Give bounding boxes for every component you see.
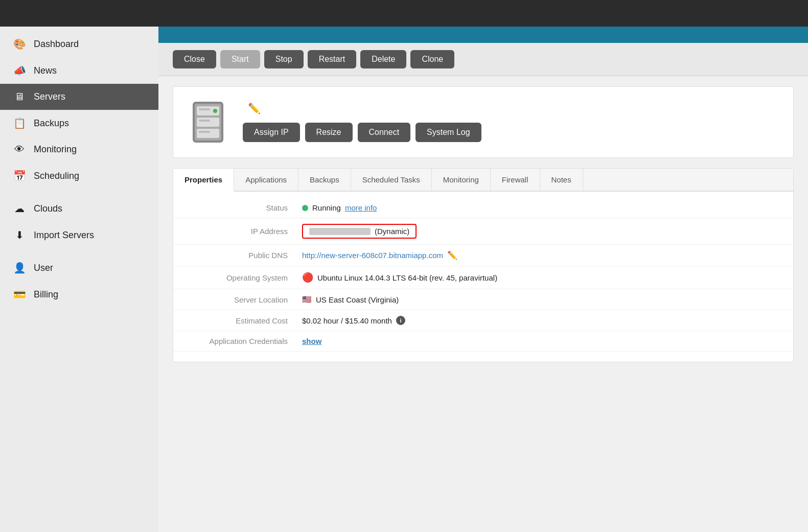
prop-value-ip-address: (Dynamic)	[302, 224, 417, 239]
prop-row-status: Status Running more info	[173, 198, 793, 218]
user-icon: 👤	[12, 262, 27, 274]
tab-notes[interactable]: Notes	[540, 169, 583, 191]
restart-button[interactable]: Restart	[308, 50, 357, 68]
prop-row-operating-system: Operating System 🔴 Ubuntu Linux 14.04.3 …	[173, 266, 793, 289]
svg-rect-8	[199, 131, 210, 133]
clouds-icon: ☁	[12, 202, 27, 215]
sidebar-item-servers[interactable]: 🖥 Servers	[0, 84, 158, 110]
sidebar-label-servers: Servers	[34, 91, 65, 102]
server-card: ✏️ Assign IPResizeConnectSystem Log	[173, 86, 794, 158]
sidebar-label-scheduling: Scheduling	[34, 171, 79, 181]
monitoring-icon: 👁	[12, 144, 27, 155]
prop-value-status: Running more info	[302, 203, 377, 212]
system-log-button[interactable]: System Log	[415, 123, 481, 142]
svg-rect-6	[199, 108, 210, 110]
location-flag-icon: 🇺🇸	[302, 295, 312, 304]
sidebar-item-billing[interactable]: 💳 Billing	[0, 281, 158, 308]
dashboard-icon: 🎨	[12, 38, 27, 50]
cost-value: $0.02 hour / $15.40 month	[302, 316, 392, 325]
tabs-container: PropertiesApplicationsBackupsScheduled T…	[173, 168, 794, 362]
prop-row-app-credentials: Application Credentials show	[173, 331, 793, 352]
prop-row-server-location: Server Location 🇺🇸 US East Coast (Virgin…	[173, 289, 793, 310]
location-value: US East Coast (Virginia)	[316, 295, 399, 304]
sidebar-label-user: User	[34, 263, 53, 273]
connect-button[interactable]: Connect	[358, 123, 411, 142]
page-header	[158, 27, 808, 43]
sidebar-label-clouds: Clouds	[34, 203, 62, 214]
ubuntu-icon: 🔴	[302, 272, 313, 283]
sidebar: 🎨 Dashboard📣 News🖥 Servers📋 Backups👁 Mon…	[0, 27, 158, 532]
tab-monitoring[interactable]: Monitoring	[432, 169, 491, 191]
prop-label-public-dns: Public DNS	[190, 251, 302, 260]
prop-value-estimated-cost: $0.02 hour / $15.40 month i	[302, 316, 405, 325]
edit-dns-icon[interactable]: ✏️	[447, 250, 457, 260]
close-button[interactable]: Close	[173, 50, 216, 68]
billing-icon: 💳	[12, 288, 27, 300]
prop-label-ip-address: IP Address	[190, 227, 302, 236]
resize-button[interactable]: Resize	[305, 123, 353, 142]
sidebar-item-news[interactable]: 📣 News	[0, 57, 158, 84]
cost-info-icon[interactable]: i	[396, 316, 405, 325]
servers-icon: 🖥	[12, 91, 27, 103]
backups-icon: 📋	[12, 117, 27, 129]
prop-label-status: Status	[190, 203, 302, 212]
prop-value-server-location: 🇺🇸 US East Coast (Virginia)	[302, 295, 399, 304]
scheduling-icon: 📅	[12, 170, 27, 182]
sidebar-item-clouds[interactable]: ☁ Clouds	[0, 195, 158, 222]
edit-server-name-icon[interactable]: ✏️	[248, 102, 261, 114]
prop-value-public-dns: http://new-server-608c07.bitnamiapp.com …	[302, 250, 457, 260]
main-layout: 🎨 Dashboard📣 News🖥 Servers📋 Backups👁 Mon…	[0, 27, 808, 532]
assign-ip-button[interactable]: Assign IP	[243, 123, 300, 142]
sidebar-label-backups: Backups	[34, 118, 69, 129]
tab-firewall[interactable]: Firewall	[491, 169, 540, 191]
credentials-show-link[interactable]: show	[302, 337, 321, 345]
delete-button[interactable]: Delete	[360, 50, 406, 68]
topbar	[0, 0, 808, 27]
stop-button[interactable]: Stop	[264, 50, 304, 68]
svg-point-5	[213, 109, 217, 113]
ip-address-box: (Dynamic)	[302, 224, 417, 239]
dns-link[interactable]: http://new-server-608c07.bitnamiapp.com	[302, 251, 443, 260]
tab-properties[interactable]: Properties	[173, 169, 234, 192]
tab-backups[interactable]: Backups	[298, 169, 351, 191]
svg-rect-3	[197, 118, 219, 127]
server-actions: Assign IPResizeConnectSystem Log	[243, 123, 779, 142]
svg-rect-4	[197, 129, 219, 138]
prop-value-app-credentials: show	[302, 337, 321, 345]
ip-dynamic-label: (Dynamic)	[375, 227, 409, 236]
server-name-row: ✏️	[243, 102, 779, 114]
tabs-header: PropertiesApplicationsBackupsScheduled T…	[173, 169, 793, 192]
status-running: Running	[312, 203, 341, 212]
toolbar: CloseStartStopRestartDeleteClone	[158, 43, 808, 76]
sidebar-item-scheduling[interactable]: 📅 Scheduling	[0, 163, 158, 189]
import-servers-icon: ⬇	[12, 229, 27, 241]
prop-label-server-location: Server Location	[190, 295, 302, 304]
prop-label-app-credentials: Application Credentials	[190, 337, 302, 345]
more-info-link[interactable]: more info	[345, 203, 377, 212]
news-icon: 📣	[12, 64, 27, 77]
svg-rect-7	[199, 120, 210, 122]
status-dot	[302, 205, 308, 211]
sidebar-item-user[interactable]: 👤 User	[0, 255, 158, 281]
server-info: ✏️ Assign IPResizeConnectSystem Log	[243, 102, 779, 142]
sidebar-label-billing: Billing	[34, 289, 58, 300]
sidebar-item-import-servers[interactable]: ⬇ Import Servers	[0, 222, 158, 248]
prop-value-operating-system: 🔴 Ubuntu Linux 14.04.3 LTS 64-bit (rev. …	[302, 272, 497, 283]
prop-row-estimated-cost: Estimated Cost $0.02 hour / $15.40 month…	[173, 310, 793, 331]
sidebar-label-monitoring: Monitoring	[34, 144, 77, 155]
prop-row-ip-address: IP Address (Dynamic)	[173, 218, 793, 245]
main-content: CloseStartStopRestartDeleteClone	[158, 27, 808, 532]
sidebar-item-monitoring[interactable]: 👁 Monitoring	[0, 136, 158, 163]
sidebar-label-import-servers: Import Servers	[34, 230, 94, 241]
tab-scheduled-tasks[interactable]: Scheduled Tasks	[351, 169, 432, 191]
properties-table: Status Running more infoIP Address (Dyna…	[173, 192, 793, 362]
prop-row-public-dns: Public DNS http://new-server-608c07.bitn…	[173, 245, 793, 266]
sidebar-item-dashboard[interactable]: 🎨 Dashboard	[0, 31, 158, 57]
sidebar-item-backups[interactable]: 📋 Backups	[0, 110, 158, 136]
ip-redacted	[309, 228, 371, 235]
prop-label-operating-system: Operating System	[190, 273, 302, 282]
tab-applications[interactable]: Applications	[234, 169, 298, 191]
sidebar-label-news: News	[34, 65, 57, 76]
clone-button[interactable]: Clone	[410, 50, 454, 68]
sidebar-label-dashboard: Dashboard	[34, 39, 79, 50]
